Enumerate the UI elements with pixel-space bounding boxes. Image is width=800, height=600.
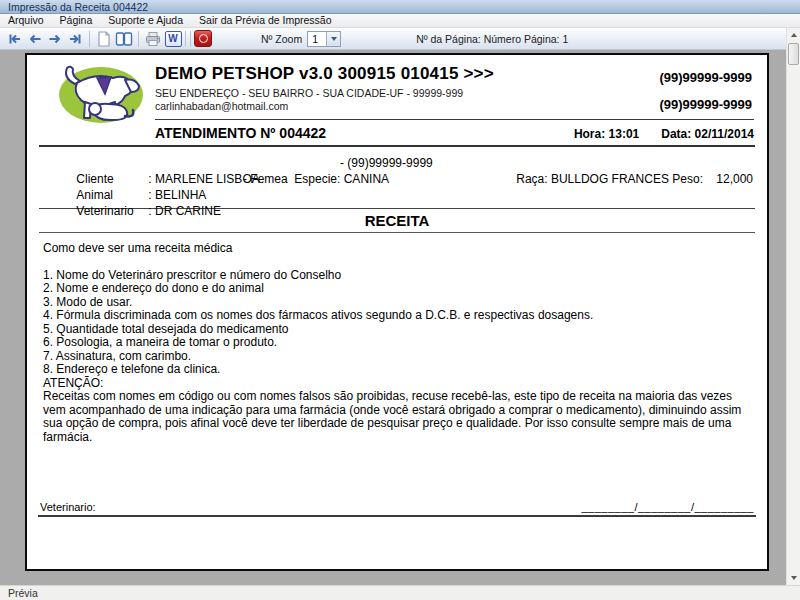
- single-page-icon: [97, 31, 111, 47]
- document-header: DEMO PETSHOP v3.0 300915 010415 >>> SEU …: [40, 61, 754, 145]
- attendance-time: Hora: 13:01: [574, 127, 639, 141]
- menu-pagina[interactable]: Página: [52, 14, 101, 27]
- scroll-down-button[interactable]: [787, 571, 800, 585]
- vet-row: Veterinario: DR CARINE: [43, 187, 753, 203]
- page-number-info: Nº da Página: Número Página: 1: [416, 33, 568, 45]
- last-page-button[interactable]: [66, 30, 84, 47]
- receita-list: 1. Nome do Veterináro prescritor e númer…: [43, 269, 753, 445]
- prev-page-button[interactable]: [26, 30, 44, 47]
- toolbar: W Nº Zoom 1 Nº da Página: Número Página:…: [0, 28, 786, 50]
- menu-suporte-ajuda[interactable]: Suporte e Ajuda: [100, 14, 191, 27]
- window-title: Impressão da Receita 004422: [0, 0, 800, 14]
- menu-sair-previa[interactable]: Sair da Prévia de Impressão: [191, 14, 339, 27]
- client-row: Cliente: MARLENE LISBOA - (99)99999-9999: [43, 155, 753, 171]
- exit-preview-button[interactable]: [194, 30, 212, 47]
- list-item: 2. Nome e endereço do dono e do animal: [43, 282, 753, 296]
- section-divider: [39, 232, 755, 233]
- chevron-down-icon: [331, 37, 337, 41]
- scroll-down-icon: [791, 576, 797, 580]
- footer-divider: [38, 515, 756, 517]
- prev-page-icon: [27, 31, 43, 47]
- toolbar-separator: [89, 31, 90, 47]
- zoom-dropdown-button[interactable]: [326, 32, 340, 46]
- list-item: 8. Endereço e telefone da clinica.: [43, 363, 753, 377]
- scrollbar-thumb[interactable]: [788, 43, 799, 65]
- zoom-value: 1: [308, 33, 326, 45]
- animal-breed-weight: Raça: BULLDOG FRANCES Peso: 12,000: [516, 171, 753, 187]
- footer-vet-label: Veterinario:: [40, 501, 96, 513]
- document-page: DEMO PETSHOP v3.0 300915 010415 >>> SEU …: [25, 53, 769, 571]
- menu-arquivo[interactable]: Arquivo: [0, 14, 52, 27]
- list-item: 7. Assinatura, com carimbo.: [43, 350, 753, 364]
- receita-intro: Como deve ser uma receita médica: [43, 242, 753, 256]
- attendance-row: ATENDIMENTO Nº 004422 Hora: 13:01 Data: …: [155, 125, 754, 141]
- first-page-button[interactable]: [6, 30, 24, 47]
- section-divider: [39, 145, 755, 147]
- list-item: 5. Quantidade total desejada do medicame…: [43, 323, 753, 337]
- status-bar: Prévia: [0, 585, 800, 600]
- last-page-icon: [67, 31, 83, 47]
- title-bar: Impressão da Receita 004422: [0, 0, 800, 14]
- status-label: Prévia: [0, 586, 800, 600]
- receita-warning: Receitas com nomes em código ou com nome…: [43, 390, 753, 444]
- attention-label: ATENÇÃO:: [43, 377, 753, 391]
- next-page-icon: [47, 31, 63, 47]
- scroll-up-icon: [791, 33, 797, 37]
- printer-icon: [145, 31, 161, 47]
- header-divider: [155, 119, 754, 120]
- shop-phone-1: (99)99999-9999: [659, 70, 752, 85]
- animal-details: - Femea Especie: CANINA: [243, 171, 389, 187]
- menu-bar: Arquivo Página Suporte e Ajuda Sair da P…: [0, 14, 800, 28]
- signature-date-line: ________/________/_________: [581, 501, 754, 513]
- list-item: 3. Modo de usar.: [43, 296, 753, 310]
- export-word-button[interactable]: W: [164, 30, 182, 47]
- two-pages-icon: [115, 31, 133, 47]
- next-page-button[interactable]: [46, 30, 64, 47]
- document-footer: Veterinario: ________/________/_________: [40, 501, 754, 513]
- zoom-dropdown[interactable]: 1: [307, 31, 341, 47]
- attendance-title: ATENDIMENTO Nº 004422: [155, 125, 326, 141]
- client-info: Cliente: MARLENE LISBOA - (99)99999-9999…: [43, 155, 753, 203]
- list-item: 4. Fórmula discriminada com os nomes dos…: [43, 309, 753, 323]
- vet-label: Veterinario: [76, 203, 148, 219]
- attendance-date: Data: 02/11/2014: [661, 127, 754, 141]
- print-button[interactable]: [144, 30, 162, 47]
- word-icon: W: [165, 31, 182, 47]
- list-item: 6. Posologia, a maneira de tomar o produ…: [43, 336, 753, 350]
- two-page-view-button[interactable]: [115, 30, 133, 47]
- shop-phone-2: (99)99999-9999: [659, 97, 752, 112]
- petshop-logo: [55, 62, 147, 126]
- app-window: Impressão da Receita 004422 Arquivo Pági…: [0, 0, 800, 600]
- scroll-up-button[interactable]: [787, 28, 800, 42]
- animal-row: Animal: BELINHA - Femea Especie: CANINA …: [43, 171, 753, 187]
- toolbar-separator: [138, 31, 139, 47]
- preview-viewport[interactable]: DEMO PETSHOP v3.0 300915 010415 >>> SEU …: [0, 50, 786, 585]
- toolbar-separator: [185, 31, 186, 47]
- single-page-view-button[interactable]: [95, 30, 113, 47]
- toolbar-separator: [190, 31, 191, 47]
- first-page-icon: [7, 31, 23, 47]
- client-phone: - (99)99999-9999: [340, 155, 433, 171]
- zoom-label: Nº Zoom: [261, 33, 302, 45]
- list-item: 1. Nome do Veterináro prescritor e númer…: [43, 269, 753, 283]
- power-icon: [194, 30, 212, 47]
- vertical-scrollbar[interactable]: [786, 28, 800, 585]
- vet-name: : DR CARINE: [148, 204, 221, 218]
